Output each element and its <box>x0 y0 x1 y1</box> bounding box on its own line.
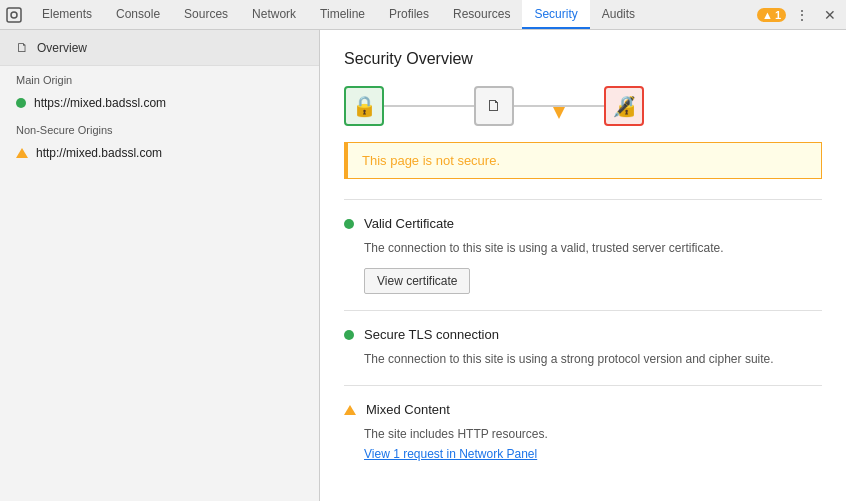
tls-body: The connection to this site is using a s… <box>364 350 822 369</box>
page-title: Security Overview <box>344 50 822 68</box>
connector-left <box>384 105 474 107</box>
warning-count-badge[interactable]: ▲ 1 <box>757 8 786 22</box>
close-devtools-button[interactable]: ✕ <box>818 3 842 27</box>
tab-audits[interactable]: Audits <box>590 0 647 29</box>
sidebar-overview-label: Overview <box>37 41 87 55</box>
mixed-content-section: Mixed Content The site includes HTTP res… <box>344 385 822 479</box>
warning-triangle-icon <box>16 148 28 158</box>
tab-elements[interactable]: Elements <box>30 0 104 29</box>
view-certificate-button[interactable]: View certificate <box>364 268 470 294</box>
sidebar: 🗋 Overview Main Origin https://mixed.bad… <box>0 30 320 501</box>
certificate-status-dot <box>344 219 354 229</box>
devtools-logo <box>4 5 24 25</box>
security-content: Security Overview 🔒 🗋 🔏 This page is not… <box>320 30 846 501</box>
warning-count: 1 <box>775 9 781 21</box>
main-origin-section-label: Main Origin <box>0 66 319 90</box>
tls-description: The connection to this site is using a s… <box>364 352 774 366</box>
certificate-header: Valid Certificate <box>344 216 822 231</box>
mixed-content-title: Mixed Content <box>366 402 450 417</box>
connector-right <box>514 105 604 107</box>
tls-header: Secure TLS connection <box>344 327 822 342</box>
document-icon: 🗋 <box>474 86 514 126</box>
page-icon: 🗋 <box>16 40 29 55</box>
lock-icon-red: 🔏 <box>604 86 644 126</box>
warning-banner: This page is not secure. <box>344 142 822 179</box>
tab-resources[interactable]: Resources <box>441 0 522 29</box>
mixed-content-status-icon <box>344 405 356 415</box>
main-origin-url: https://mixed.badssl.com <box>34 96 166 110</box>
mixed-content-description: The site includes HTTP resources. <box>364 427 548 441</box>
tls-status-dot <box>344 330 354 340</box>
tab-sources[interactable]: Sources <box>172 0 240 29</box>
certificate-title: Valid Certificate <box>364 216 454 231</box>
sidebar-item-main-origin[interactable]: https://mixed.badssl.com <box>0 90 319 116</box>
svg-point-1 <box>11 12 17 18</box>
tab-security[interactable]: Security <box>522 0 589 29</box>
warning-banner-text: This page is not secure. <box>362 153 500 168</box>
sidebar-item-overview[interactable]: 🗋 Overview <box>0 30 319 66</box>
certificate-description: The connection to this site is using a v… <box>364 241 724 255</box>
tab-timeline[interactable]: Timeline <box>308 0 377 29</box>
view-network-panel-link[interactable]: View 1 request in Network Panel <box>364 447 537 461</box>
tls-title: Secure TLS connection <box>364 327 499 342</box>
certificate-body: The connection to this site is using a v… <box>364 239 822 294</box>
tab-profiles[interactable]: Profiles <box>377 0 441 29</box>
security-icons-row: 🔒 🗋 🔏 <box>344 86 822 126</box>
warning-triangle-icon: ▲ <box>762 9 773 21</box>
toolbar-actions: ▲ 1 ⋮ ✕ <box>757 3 842 27</box>
non-secure-section-label: Non-Secure Origins <box>0 116 319 140</box>
tls-section: Secure TLS connection The connection to … <box>344 310 822 385</box>
non-secure-origin-url: http://mixed.badssl.com <box>36 146 162 160</box>
devtools-toolbar: Elements Console Sources Network Timelin… <box>0 0 846 30</box>
tab-bar: Elements Console Sources Network Timelin… <box>30 0 757 29</box>
sidebar-item-non-secure-origin[interactable]: http://mixed.badssl.com <box>0 140 319 166</box>
more-options-button[interactable]: ⋮ <box>790 3 814 27</box>
svg-rect-0 <box>7 8 21 22</box>
mixed-content-body: The site includes HTTP resources. View 1… <box>364 425 822 463</box>
mixed-content-header: Mixed Content <box>344 402 822 417</box>
main-layout: 🗋 Overview Main Origin https://mixed.bad… <box>0 30 846 501</box>
secure-dot-icon <box>16 98 26 108</box>
tab-console[interactable]: Console <box>104 0 172 29</box>
tab-network[interactable]: Network <box>240 0 308 29</box>
lock-icon-green: 🔒 <box>344 86 384 126</box>
certificate-section: Valid Certificate The connection to this… <box>344 199 822 310</box>
